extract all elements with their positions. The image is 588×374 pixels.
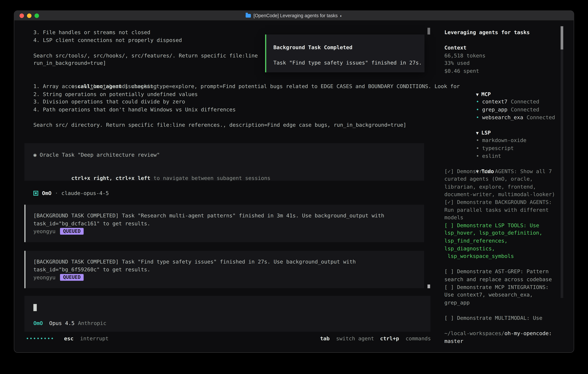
collapse-triangle-icon: ▼ (476, 92, 479, 97)
main-scrollbar-marker[interactable] (428, 284, 430, 288)
queued-badge: QUEUED (60, 228, 84, 235)
todo-item: [✓] Demonstrate AGENTS: Show all 7 curat… (444, 167, 561, 198)
oracle-hint-keys: ctrl+x right, ctrl+x left (71, 175, 150, 181)
collapse-triangle-icon: ▼ (476, 130, 479, 135)
task-completed-toast: Background Task Completed Task "Find typ… (265, 34, 424, 72)
tool-call-line: ⚙call_omo_agent[subagent_type=explore, p… (33, 75, 438, 83)
sidebar-scrollbar-thumb[interactable] (561, 26, 563, 50)
tab-key-hint: tab (320, 335, 330, 342)
log-line: 2. String operations on potentially unde… (33, 90, 438, 98)
bullet-icon: • (476, 114, 479, 120)
mcp-section-header[interactable]: ▼MCP (444, 83, 561, 90)
workspace-path: ~/local-workspaces/oh-my-opencode: maste… (444, 330, 561, 345)
toast-title: Background Task Completed (273, 43, 424, 51)
todo-item: [✓] Demonstrate BACKGROUND AGENTS: Run p… (444, 198, 561, 221)
oracle-task-panel: ◉ Oracle Task "Deep architecture review"… (24, 143, 424, 180)
agent-checkbox-icon (33, 191, 38, 196)
spinner-dots-icon: •••••••• (26, 335, 54, 342)
background-task-message: [BACKGROUND TASK COMPLETED] Task "Resear… (24, 205, 424, 242)
todo-item: [ ] Demonstrate LSP TOOLS: Use lsp_hover… (444, 221, 561, 260)
session-sidebar: Leveraging agents for tasks Context 66,5… (438, 21, 574, 353)
context-used: 33% used (444, 59, 561, 67)
oracle-task-title: ◉ Oracle Task "Deep architecture review" (33, 151, 415, 159)
tool-args: [subagent_type=explore, prompt=Find pote… (125, 83, 460, 89)
context-tokens: 66,518 tokens (444, 52, 561, 59)
bullet-icon: • (476, 137, 479, 143)
session-indicator-icon: ◐ (340, 13, 342, 18)
context-heading: Context (444, 44, 561, 52)
agent-header: OmO · claude-opus-4-5 (33, 189, 438, 197)
minimize-button[interactable] (27, 13, 32, 18)
screen: [OpenCode] Leveraging agents for tasks ◐… (0, 0, 588, 374)
agent-model: claude-opus-4-5 (61, 190, 109, 196)
input-model-label: Opus 4.5 (49, 320, 74, 327)
input-agent-label: OmO (33, 320, 43, 327)
ctrlp-key-label: commands (406, 335, 431, 342)
window-title: [OpenCode] Leveraging agents for tasks (253, 13, 338, 18)
oracle-hint-text: to navigate between subagent sessions (150, 175, 270, 181)
message-author: yeongyu (33, 228, 56, 234)
bullet-icon: • (476, 145, 479, 151)
bullet-icon: • (476, 99, 479, 105)
agent-name: OmO (42, 190, 52, 196)
bullet-icon: • (476, 153, 479, 159)
tab-key-label: switch agent (336, 335, 374, 342)
oracle-hint: ctrl+x right, ctrl+x left to navigate be… (33, 166, 415, 174)
log-line: 4. Path operations that don't handle Win… (33, 106, 438, 113)
esc-key-label: interrupt (80, 335, 109, 342)
terminal-window: [OpenCode] Leveraging agents for tasks ◐… (14, 10, 574, 353)
git-branch: master (444, 338, 463, 344)
log-line: 3. Division operations that could divide… (33, 98, 438, 105)
message-line: [BACKGROUND TASK COMPLETED] Task "Resear… (33, 212, 424, 219)
message-author: yeongyu (33, 274, 56, 280)
todo-item: [ ] Demonstrate MCP INTEGRATIONS: Use co… (444, 283, 561, 306)
status-bar: •••••••• esc interrupt tab switch agent … (14, 335, 438, 343)
todo-item: [ ] Demonstrate AST-GREP: Pattern search… (444, 268, 561, 283)
text-cursor (33, 304, 37, 311)
todo-item: [ ] Demonstrate MULTIMODAL: Use (444, 314, 561, 322)
separator-dot: · (55, 190, 58, 196)
input-provider-label: Anthropic (78, 320, 106, 327)
context-spent: $0.46 spent (444, 67, 561, 75)
chat-main-area: 3. File handles or streams not closed 4.… (14, 21, 438, 353)
main-scrollbar-thumb[interactable] (428, 28, 430, 35)
message-line: task_id="bg_6f59260c" to get results. (33, 266, 424, 273)
close-button[interactable] (20, 13, 24, 18)
queued-badge: QUEUED (60, 274, 84, 281)
log-line: Search src/ directory. Return specific f… (33, 121, 438, 129)
sidebar-scrollbar-track[interactable] (561, 26, 563, 298)
titlebar: [OpenCode] Leveraging agents for tasks ◐ (14, 11, 574, 21)
background-task-message: [BACKGROUND TASK COMPLETED] Task "Find t… (24, 251, 424, 288)
bullet-icon: • (476, 106, 479, 112)
esc-key-hint: esc (64, 335, 74, 342)
zoom-button[interactable] (34, 13, 39, 18)
toast-body: Task "Find type safety issues" finished … (273, 59, 424, 66)
message-line: task_id="bg_dcfac161" to get results. (33, 220, 424, 227)
message-line: [BACKGROUND TASK COMPLETED] Task "Find t… (33, 258, 424, 266)
folder-icon (246, 14, 251, 18)
ctrlp-key-hint: ctrl+p (380, 335, 399, 342)
prompt-input[interactable]: OmO Opus 4.5 Anthropic (24, 296, 430, 332)
session-title: Leveraging agents for tasks (444, 29, 561, 36)
